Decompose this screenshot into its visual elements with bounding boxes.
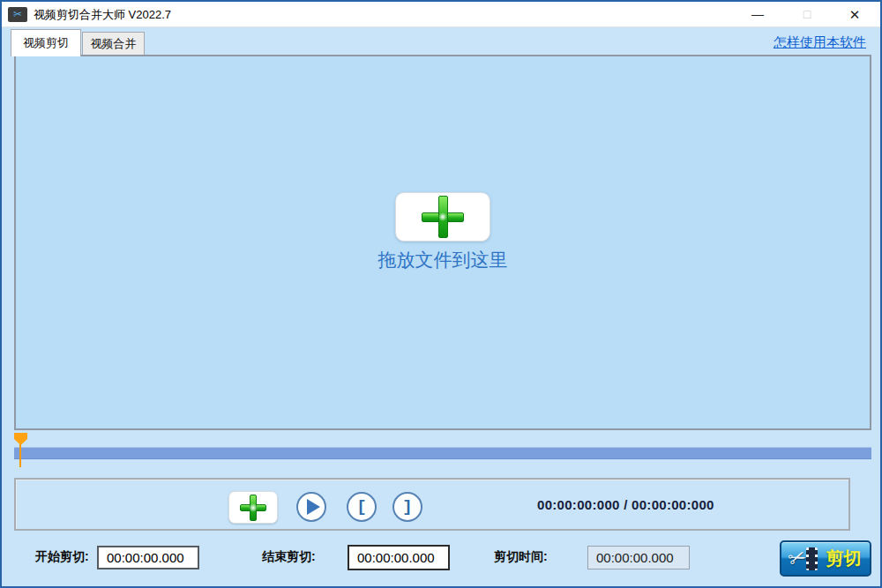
start-cut-input[interactable] <box>97 546 199 569</box>
set-start-button[interactable]: [ <box>347 492 377 522</box>
scissors-film-icon: ✂ <box>790 546 818 572</box>
cut-button[interactable]: ✂ 剪切 <box>780 540 871 577</box>
start-cut-label: 开始剪切: <box>35 535 89 579</box>
drop-zone-content: 拖放文件到这里 <box>378 192 508 272</box>
window-title: 视频剪切合并大师 V2022.7 <box>34 2 171 27</box>
file-drop-zone[interactable]: 拖放文件到这里 <box>14 55 871 430</box>
plus-icon <box>422 196 464 238</box>
play-icon <box>307 499 320 515</box>
add-file-button[interactable] <box>395 192 490 242</box>
cut-duration-field <box>587 546 690 569</box>
left-bracket-icon: [ <box>356 497 366 517</box>
timeline-track[interactable] <box>14 447 871 459</box>
play-button[interactable] <box>296 492 326 522</box>
app-icon: ✂ <box>8 7 27 22</box>
maximize-icon[interactable]: □ <box>789 2 826 27</box>
set-end-button[interactable]: ] <box>392 492 422 522</box>
drop-hint-text: 拖放文件到这里 <box>378 248 508 272</box>
playback-control-panel: [ ] 00:00:00:000 / 00:00:00:000 <box>14 478 850 531</box>
cut-button-label: 剪切 <box>826 547 862 570</box>
playhead-marker[interactable] <box>14 433 27 445</box>
cut-settings-row: 开始剪切: 结束剪切: 剪切时间: ✂ 剪切 <box>2 535 880 586</box>
cut-duration-label: 剪切时间: <box>494 535 548 579</box>
minimize-icon[interactable]: — <box>739 2 776 27</box>
close-icon[interactable]: ✕ <box>836 2 873 27</box>
right-bracket-icon: ] <box>402 497 412 517</box>
app-window: ✂ 视频剪切合并大师 V2022.7 — □ ✕ 视频剪切 视频合并 怎样使用本… <box>0 0 882 588</box>
end-cut-input[interactable] <box>348 545 450 570</box>
help-link[interactable]: 怎样使用本软件 <box>774 34 866 51</box>
tab-video-cut[interactable]: 视频剪切 <box>11 29 81 56</box>
end-cut-label: 结束剪切: <box>262 535 316 579</box>
playhead-stem <box>19 443 21 467</box>
plus-icon <box>240 495 266 521</box>
time-display: 00:00:00:000 / 00:00:00:000 <box>537 480 714 529</box>
title-bar: ✂ 视频剪切合并大师 V2022.7 — □ ✕ <box>2 2 880 27</box>
tab-video-merge[interactable]: 视频合并 <box>82 32 145 55</box>
add-file-small-button[interactable] <box>228 491 278 524</box>
